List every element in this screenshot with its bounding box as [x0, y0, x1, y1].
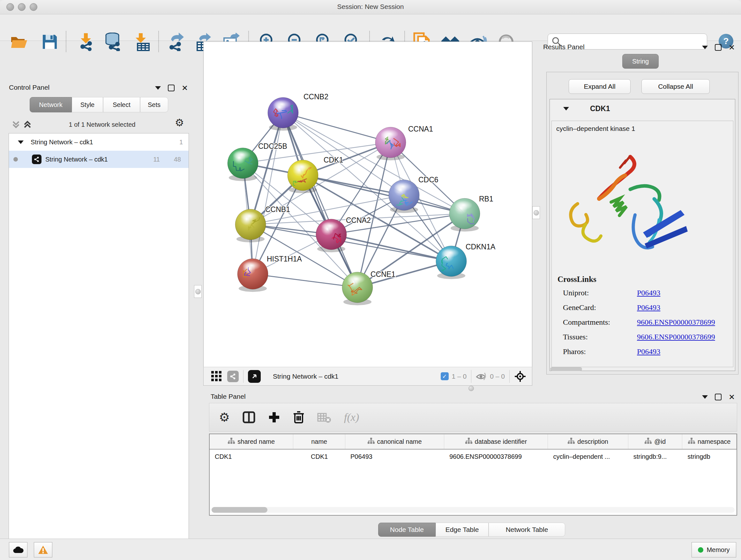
cloud-button[interactable]	[9, 542, 27, 557]
results-panel-float-icon[interactable]	[715, 44, 722, 51]
results-tab-string[interactable]: String	[622, 54, 659, 69]
edge-CCNA1-CCNE1[interactable]	[357, 142, 391, 287]
collection-expand-icon[interactable]	[18, 140, 23, 144]
crosslink-label: Pharos:	[552, 348, 637, 356]
column-header-label: name	[311, 438, 327, 445]
tab-node-table[interactable]: Node Table	[378, 523, 435, 537]
control-panel-float-icon[interactable]	[168, 84, 175, 91]
crosslink-value-link[interactable]: P06493	[637, 348, 660, 356]
network-options-gear-icon[interactable]: ⚙	[175, 118, 184, 127]
node-table: shared namenamecanonical namedatabase id…	[209, 434, 737, 516]
expand-all-icon[interactable]	[23, 120, 32, 131]
create-column-plus-icon[interactable]	[268, 411, 280, 423]
table-hscrollbar-thumb[interactable]	[212, 507, 267, 513]
results-panel-menu-icon[interactable]	[702, 46, 708, 49]
table-panel-close-icon[interactable]: ✕	[729, 394, 735, 400]
column-header-shared-name[interactable]: shared name	[210, 434, 293, 449]
node-CCNA2[interactable]: CCNA2	[316, 216, 371, 252]
gene-collapse-icon[interactable]	[563, 107, 569, 111]
table-header-row: shared namenamecanonical namedatabase id…	[210, 434, 737, 449]
selected-count: 1 – 0	[452, 373, 467, 380]
node-CCNB2[interactable]: CCNB2	[268, 92, 328, 131]
network-view-canvas[interactable]: CCNB2CCNA1CDC25BCDK1CDC6RB1CCNB1CCNA2CDK…	[203, 42, 532, 367]
network-collection-row[interactable]: String Network – cdk1 1	[9, 133, 189, 151]
current-network-dot-icon	[13, 157, 18, 162]
node-CCNB1[interactable]: CCNB1	[235, 205, 290, 242]
table-row[interactable]: CDK1CDK1P064939606.ENSP00000378699cyclin…	[210, 449, 737, 463]
node-HIST1H1A[interactable]: HIST1H1A	[238, 255, 302, 292]
table-cell-namespace[interactable]: stringdb	[682, 449, 737, 463]
edge-CCNB2-CCNA1[interactable]	[283, 113, 391, 142]
control-panel: Control Panel ✕ NetworkStyleSelectSets 1…	[0, 41, 198, 539]
tab-select[interactable]: Select	[103, 97, 140, 112]
table-cell-name[interactable]: CDK1	[293, 449, 345, 463]
edge-CCNA2-CDKN1A[interactable]	[331, 234, 451, 261]
edge-CCNB2-HIST1H1A[interactable]	[253, 113, 283, 274]
control-panel-menu-icon[interactable]	[155, 86, 161, 90]
cloud-icon	[13, 546, 23, 554]
show-columns-icon[interactable]	[243, 411, 255, 424]
tab-style[interactable]: Style	[72, 97, 103, 112]
crosslink-row: Tissues:9606.ENSP00000378699	[552, 329, 733, 344]
fit-content-crosshair-icon[interactable]	[514, 370, 526, 382]
node-CCNE1[interactable]: CCNE1	[342, 270, 395, 305]
string-view-icon[interactable]	[227, 371, 239, 382]
node-label-CDC25B: CDC25B	[258, 142, 287, 150]
results-hscrollbar[interactable]	[550, 367, 582, 371]
node-CDKN1A[interactable]: CDKN1A	[436, 243, 495, 279]
crosslink-value-link[interactable]: 9606.ENSP00000378699	[637, 333, 715, 341]
shared-column-icon	[688, 438, 695, 446]
collapse-all-button[interactable]: Collapse All	[642, 79, 710, 94]
collection-count: 1	[179, 138, 183, 146]
gene-header-row[interactable]: CDK1	[550, 99, 735, 118]
expand-all-button[interactable]: Expand All	[569, 79, 630, 94]
table-panel-menu-icon[interactable]	[702, 395, 708, 399]
node-RB1[interactable]: RB1	[449, 195, 493, 232]
tab-edge-table[interactable]: Edge Table	[435, 523, 488, 537]
column-header-@id[interactable]: @id	[628, 434, 683, 449]
table-cell-description[interactable]: cyclin–dependent ...	[548, 449, 628, 463]
network-row-selected[interactable]: String Network – cdk1 11 48	[9, 151, 189, 168]
tab-network[interactable]: Network	[30, 97, 72, 112]
grid-view-icon[interactable]	[211, 371, 222, 382]
column-header-database-identifier[interactable]: database identifier	[444, 434, 548, 449]
delete-table-icon	[317, 412, 331, 423]
table-panel-float-icon[interactable]	[715, 394, 722, 400]
left-splitter-handle[interactable]	[194, 285, 202, 298]
gene-name: CDK1	[590, 105, 610, 113]
crosslink-value-link[interactable]: P06493	[637, 289, 660, 297]
hidden-eye-icon[interactable]	[476, 372, 487, 381]
netbar-separator	[243, 370, 244, 383]
crosslink-value-link[interactable]: P06493	[637, 303, 660, 312]
delete-column-trash-icon[interactable]	[293, 411, 305, 424]
selected-checkbox-icon[interactable]: ✓	[441, 372, 449, 380]
results-panel-close-icon[interactable]: ✕	[729, 45, 735, 50]
column-header-description[interactable]: description	[548, 434, 628, 449]
column-header-name[interactable]: name	[293, 434, 345, 449]
shared-column-icon	[228, 438, 235, 446]
table-cell-@id[interactable]: stringdb:9...	[628, 449, 683, 463]
warnings-button[interactable]	[34, 542, 52, 557]
table-cell-shared-name[interactable]: CDK1	[210, 449, 293, 463]
column-header-namespace[interactable]: namespace	[682, 434, 737, 449]
node-CDC6[interactable]: CDC6	[389, 176, 439, 213]
edge-HIST1H1A-CCNE1[interactable]	[253, 274, 357, 287]
crosslink-value-link[interactable]: 9606.ENSP00000378699	[637, 318, 715, 327]
control-panel-close-icon[interactable]: ✕	[182, 85, 188, 91]
tab-network-table[interactable]: Network Table	[488, 523, 565, 537]
right-splitter-handle[interactable]	[532, 206, 540, 219]
tab-sets[interactable]: Sets	[140, 97, 168, 112]
table-cell-database-identifier[interactable]: 9606.ENSP00000378699	[444, 449, 548, 463]
birds-eye-view-icon[interactable]	[248, 370, 261, 383]
table-cell-canonical-name[interactable]: P06493	[345, 449, 444, 463]
network-tree: String Network – cdk1 1 String Network –…	[9, 133, 189, 560]
node-label-CCNA2: CCNA2	[346, 216, 371, 225]
memory-button[interactable]: Memory	[691, 542, 736, 557]
table-options-gear-icon[interactable]: ⚙	[219, 413, 230, 422]
column-header-label: database identifier	[475, 438, 527, 445]
crosslinks-list: Uniprot:P06493GeneCard:P06493Compartment…	[552, 286, 733, 359]
column-header-canonical-name[interactable]: canonical name	[345, 434, 444, 449]
table-hscrollbar-track[interactable]	[212, 507, 735, 513]
network-edge-count: 48	[174, 156, 181, 163]
collapse-all-icon[interactable]	[11, 120, 20, 131]
